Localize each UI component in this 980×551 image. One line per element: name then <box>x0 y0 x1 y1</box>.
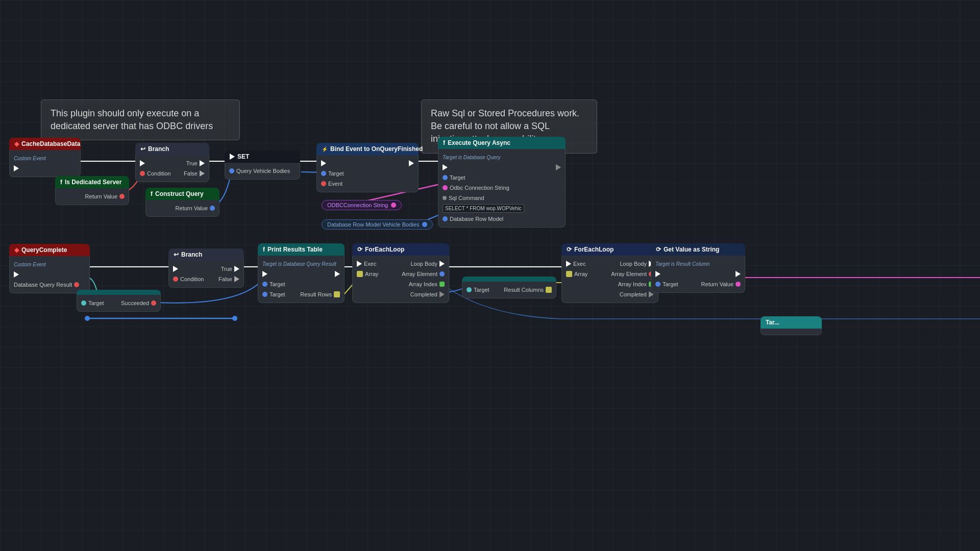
node-title: CacheDatabaseData <box>21 140 80 147</box>
comment-odbc: This plugin should only execute on a ded… <box>41 99 240 140</box>
node-foreach-loop-2: ⟳ ForEachLoop Exec Loop Body Array Array… <box>561 243 658 303</box>
svg-point-0 <box>85 316 90 321</box>
node-partial-right: Tar... <box>761 316 822 335</box>
node-branch-1: ↩ Branch True Condition False <box>135 143 209 182</box>
db-row-model-badge: Database Row Model Vehicle Bodies <box>322 219 433 230</box>
return-value-pin <box>119 194 125 199</box>
node-print-results-table: f Print Results Table Target is Database… <box>258 243 345 303</box>
node-foreach-loop-1: ⟳ ForEachLoop Exec Loop Body Array Array… <box>352 243 449 303</box>
node-cache-database-data: ◈ CacheDatabaseData Custom Event <box>9 138 81 177</box>
branch2-title: Branch <box>181 251 202 258</box>
node-target-result-columns: Target Result Columns <box>462 277 556 298</box>
svg-point-1 <box>232 316 237 321</box>
node-execute-query-async: f Execute Query Async Target is Database… <box>438 137 566 228</box>
node-set: SET Query Vehicle Bodies <box>225 151 300 180</box>
node-bind-event: ⚡ Bind Event to OnQueryFinished Target E… <box>316 143 419 192</box>
node-branch-2: ↩ Branch True Condition False <box>168 248 244 288</box>
node-construct-query: f Construct Query Return Value <box>145 188 219 217</box>
node-get-value-as-string: ⟳ Get Value as String Target is Result C… <box>651 243 745 293</box>
exec-out-pin <box>14 165 19 171</box>
branch1-title: Branch <box>148 145 169 153</box>
sql-input[interactable] <box>443 204 524 213</box>
node-query-complete: ◈ QueryComplete Custom Event Database Qu… <box>9 244 90 293</box>
odbc-connection-badge: ODBCConnection String <box>322 200 402 210</box>
node-is-dedicated-server: f Is Dedicated Server Return Value <box>55 176 129 205</box>
node-target-succeeded: Target Succeeded <box>77 290 161 312</box>
